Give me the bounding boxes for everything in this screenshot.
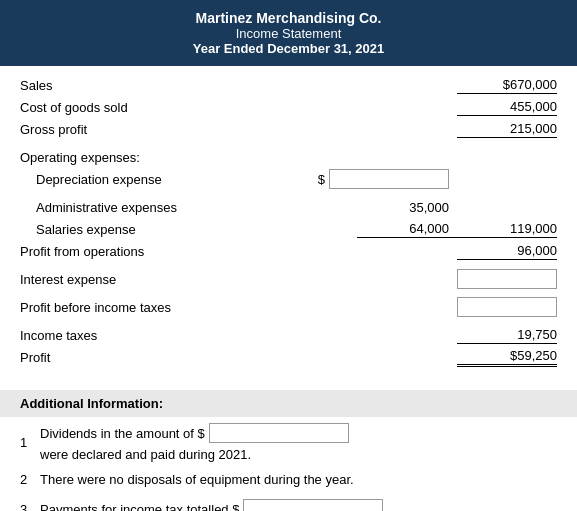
report-header: Martinez Merchandising Co. Income Statem… [0,0,577,66]
profit-before-tax-input[interactable] [457,297,557,317]
income-taxes-row: Income taxes 19,750 [20,324,557,346]
salaries-amount: 64,000 [357,221,457,238]
sales-amount: $670,000 [457,77,557,94]
operating-expenses-label: Operating expenses: [20,150,357,165]
profit-amount: $59,250 [457,348,557,367]
admin-label: Administrative expenses [20,200,357,215]
income-tax-paid-input[interactable] [243,499,383,511]
additional-info-header: Additional Information: [0,390,577,417]
profit-label: Profit [20,350,357,365]
income-taxes-amount: 19,750 [457,327,557,344]
gross-profit-label: Gross profit [20,122,357,137]
income-statement-body: Sales $670,000 Cost of goods sold 455,00… [0,66,577,380]
cogs-row: Cost of goods sold 455,000 [20,96,557,118]
depreciation-dollar: $ [357,169,457,189]
sales-row: Sales $670,000 [20,74,557,96]
add-item-1: 1 Dividends in the amount of $ were decl… [20,423,557,462]
interest-expense-label: Interest expense [20,272,357,287]
salaries-label: Salaries expense [20,222,357,237]
add-item-3: 3 Payments for income tax totalled $ . [20,496,557,511]
document-title: Income Statement [20,26,557,41]
admin-amount: 35,000 [357,200,457,215]
total-operating-amount: 119,000 [457,221,557,238]
cogs-label: Cost of goods sold [20,100,357,115]
add-item-1-post: were declared and paid during 2021. [40,447,251,462]
add-item-2-content: There were no disposals of equipment dur… [40,472,557,487]
cogs-amount: 455,000 [457,99,557,116]
admin-row: Administrative expenses 35,000 [20,196,557,218]
depreciation-dollar-sign: $ [318,172,325,187]
depreciation-row: Depreciation expense $ [20,168,557,190]
company-name: Martinez Merchandising Co. [20,10,557,26]
add-item-3-content: Payments for income tax totalled $ . [40,499,557,511]
depreciation-label: Depreciation expense [20,172,357,187]
additional-info-body: 1 Dividends in the amount of $ were decl… [0,417,577,511]
profit-before-tax-row: Profit before income taxes [20,296,557,318]
operating-expenses-header: Operating expenses: [20,146,557,168]
add-item-1-content: Dividends in the amount of $ were declar… [40,423,557,462]
add-item-2-num: 2 [20,472,40,487]
profit-from-ops-label: Profit from operations [20,244,357,259]
depreciation-input[interactable] [329,169,449,189]
interest-expense-input[interactable] [457,269,557,289]
add-item-3-pre: Payments for income tax totalled $ [40,502,239,512]
profit-row: Profit $59,250 [20,346,557,368]
add-item-2-text: There were no disposals of equipment dur… [40,472,354,487]
report-date: Year Ended December 31, 2021 [20,41,557,56]
gross-profit-row: Gross profit 215,000 [20,118,557,140]
add-item-3-post: . [387,502,391,512]
interest-expense-row: Interest expense [20,268,557,290]
pbt-input-col [457,297,557,317]
sales-label: Sales [20,78,357,93]
income-taxes-label: Income taxes [20,328,357,343]
salaries-row: Salaries expense 64,000 119,000 [20,218,557,240]
profit-from-ops-amount: 96,000 [457,243,557,260]
add-item-1-num: 1 [20,435,40,450]
interest-input-col [457,269,557,289]
add-item-2: 2 There were no disposals of equipment d… [20,466,557,492]
gross-profit-amount: 215,000 [457,121,557,138]
add-item-1-pre: Dividends in the amount of $ [40,426,205,441]
profit-before-tax-label: Profit before income taxes [20,300,357,315]
dividends-input[interactable] [209,423,349,443]
add-item-3-num: 3 [20,502,40,512]
profit-from-ops-row: Profit from operations 96,000 [20,240,557,262]
